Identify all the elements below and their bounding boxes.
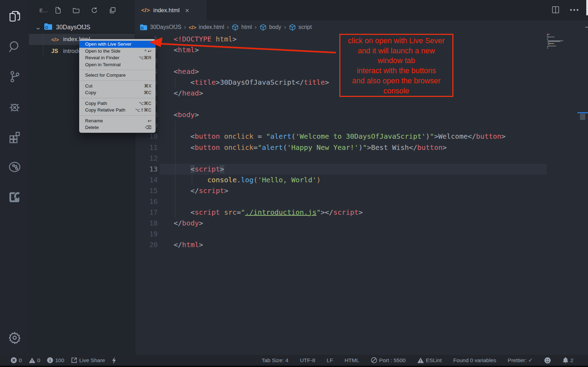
line-number: 20 [135,239,158,250]
token: > [233,35,237,43]
token: button [195,143,220,152]
warning-icon [417,357,424,364]
breadcrumb-script[interactable]: script [289,24,312,31]
menu-item-copy[interactable]: Copy⌘C [79,89,156,96]
breadcrumb-label: 30DaysOfJS [150,24,181,30]
status-encoding[interactable]: UTF-8 [300,357,315,364]
token: > [325,78,329,86]
token: < [190,132,195,140]
activity-share-icon[interactable] [0,186,29,207]
line-number: 18 [135,218,158,229]
menu-item-label: Copy [85,90,96,95]
menu-item-open-with-live-server[interactable]: Open with Live Server [79,41,156,48]
breadcrumb-label: index.html [199,24,224,30]
token: < [174,67,178,76]
token: = [254,143,258,152]
status-label: ESLint [426,357,442,364]
menu-item-open-to-the-side[interactable]: Open to the Side^ ↩ [79,48,156,55]
menu-item-rename[interactable]: Rename↩ [79,117,156,124]
minimap-line [548,41,560,42]
status-feedback[interactable] [544,357,551,364]
breadcrumb-html[interactable]: html [232,24,252,31]
token: < [174,46,178,54]
status-variables[interactable]: Found 0 variables [453,357,496,364]
indent-guide [175,121,175,218]
menu-item-cut[interactable]: Cut⌘X [79,83,156,90]
token: " [266,132,270,140]
collapse-folders-icon[interactable] [107,5,118,16]
status-problems-info[interactable]: 100 [47,357,64,364]
menu-item-shortcut: ^ ↩ [144,48,151,54]
token: = [254,132,266,140]
status-eol[interactable]: LF [327,357,333,364]
tab-index-html[interactable]: </> index.html × [135,0,206,21]
status-language-mode[interactable]: HTML [345,357,359,364]
activity-run-debug-icon[interactable] [0,97,29,117]
token: Best Wish [371,143,409,152]
new-folder-icon[interactable] [71,5,82,16]
breadcrumb-separator: › [184,24,186,30]
menu-item-select-for-compare[interactable]: Select for Compare [79,72,156,79]
breadcrumb-30DaysOfJS[interactable]: 30DaysOfJS [140,24,181,31]
code-line-15: </script> [174,185,228,196]
token: alert [270,132,291,140]
token: <!DOCTYPE [174,35,211,43]
scrollbar-thumb[interactable] [580,114,585,120]
port-icon [371,357,377,364]
refresh-icon[interactable] [89,5,100,16]
new-file-icon[interactable] [53,5,63,16]
menu-item-shortcut: ⌥⇧⌘C [135,107,151,113]
menu-item-copy-relative-path[interactable]: Copy Relative Path⌥⇧⌘C [79,107,156,114]
bell-icon [563,357,568,364]
split-editor-icon[interactable] [552,6,559,15]
status-port[interactable]: Port : 5500 [371,357,406,364]
token: < [190,208,195,216]
menu-item-label: Reveal in Finder [85,55,119,60]
status-problems-errors[interactable]: 0 [10,357,22,364]
settings-gear-icon[interactable] [0,328,29,348]
activity-bar [0,0,29,355]
activity-search-icon[interactable] [0,36,29,57]
breadcrumb-index.html[interactable]: </>index.html [189,24,224,30]
smiley-icon [544,357,551,364]
menu-item-shortcut: ⌘X [144,83,151,89]
minimap[interactable] [547,34,579,55]
status-problems-warnings[interactable]: 0 [29,357,40,364]
token: " [363,143,367,152]
token: html [216,35,232,43]
activity-source-control-icon[interactable] [0,66,29,87]
token: script [195,165,220,173]
status-live-share[interactable]: Live Share [71,357,105,364]
close-icon[interactable]: × [185,7,189,14]
annotation-line: interact with the buttons [340,66,452,76]
minimap-line [547,48,548,48]
line-number: 14 [135,175,158,185]
breadcrumb-body[interactable]: body [259,24,281,31]
folder-row-30daysofjs[interactable]: ⌄ 30DaysOfJS [29,22,135,33]
token: > [220,165,224,173]
menu-item-open-in-terminal[interactable]: Open in Terminal [79,61,156,68]
minimap-line [548,46,556,46]
menu-separator [79,115,156,116]
token: console [207,176,236,184]
activity-explorer-icon[interactable] [0,6,29,27]
menu-item-copy-path[interactable]: Copy Path⌥⌘C [79,100,156,107]
more-actions-icon[interactable]: ••• [570,7,580,14]
activity-live-share-icon[interactable] [0,156,29,177]
menu-item-delete[interactable]: Delete⌫ [79,124,156,131]
status-tab-size[interactable]: Tab Size: 4 [262,357,288,364]
token: ) [316,176,321,184]
breadcrumb-separator: › [284,24,286,30]
activity-extensions-icon[interactable] [0,127,29,147]
status-eslint[interactable]: ESLint [417,357,442,364]
token: > [195,110,199,119]
status-bolt[interactable] [112,357,116,364]
menu-item-reveal-in-finder[interactable]: Reveal in Finder⌥⌘R [79,54,156,61]
status-prettier[interactable]: Prettier: ✓ [508,357,533,364]
status-label: LF [327,357,333,364]
line-number: 12 [135,153,158,164]
menu-item-label: Select for Compare [85,72,126,78]
status-notifications[interactable]: 2 [563,357,573,364]
token: body [178,110,195,119]
explorer-title: E... [39,7,48,13]
